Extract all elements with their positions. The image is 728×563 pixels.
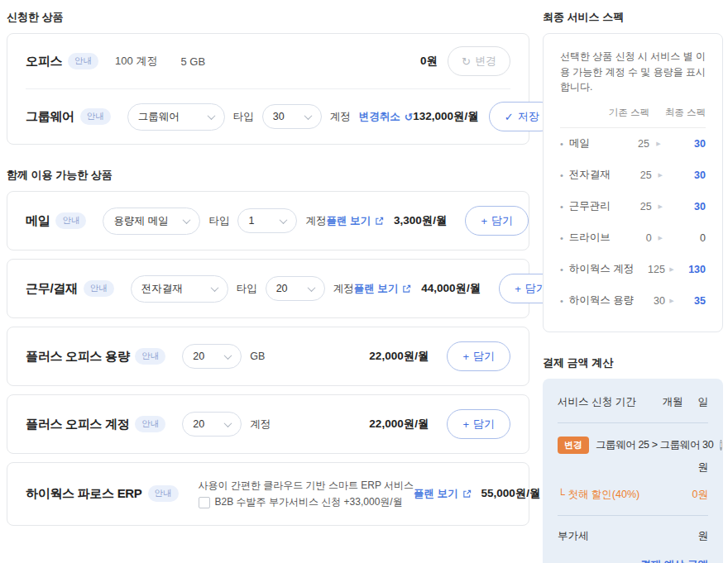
plan-view-link[interactable]: 플랜 보기: [326, 214, 383, 228]
addon-row-plus-accounts: 플러스 오피스 계정 안내 20 계정 22,000원/월 + 담기: [7, 394, 529, 454]
plus-icon: +: [462, 351, 469, 362]
plan-view-link[interactable]: 플랜 보기: [414, 487, 471, 501]
chevron-down-icon: [210, 284, 218, 292]
chevron-down-icon: [304, 112, 312, 120]
final-spec-card: 선택한 상품 신청 시 서비스 별 이용 가능한 계정 수 및 용량을 표시합니…: [543, 33, 723, 332]
arrow-right-icon: ▶: [649, 141, 668, 147]
external-link-icon: [402, 284, 411, 293]
chevron-down-icon: [207, 112, 215, 120]
check-icon: ✓: [505, 112, 514, 122]
spec-new-value: 30: [668, 138, 706, 150]
plan-view-link[interactable]: 플랜 보기: [354, 282, 411, 296]
addon-row-plus-storage: 플러스 오피스 용량 안내 20 GB 22,000원/월 + 담기: [7, 327, 529, 386]
external-link-icon: [462, 489, 472, 499]
plus-storage-select[interactable]: 20: [182, 344, 242, 369]
approval-plan-select[interactable]: 전자결재: [131, 275, 228, 303]
external-link-icon: [375, 217, 384, 226]
add-to-cart-button[interactable]: + 담기: [447, 341, 510, 371]
type-label: 타입: [233, 110, 254, 124]
spec-old-value: 25: [606, 138, 649, 150]
groupware-plan-select[interactable]: 그룹웨어: [127, 103, 225, 131]
spec-old-value: 125: [634, 264, 665, 275]
change-button[interactable]: ↻ 변경: [448, 46, 510, 76]
spec-row-approval: • 전자결재 25 ▶ 30: [560, 160, 706, 191]
office-price: 0원: [420, 54, 438, 69]
change-amount-unit: 원: [558, 460, 708, 475]
groupware-count-select[interactable]: 30: [262, 104, 322, 129]
spec-row-attendance: • 근무관리 25 ▶ 30: [560, 191, 706, 222]
erp-description: 사용이 간편한 클라우드 기반 스마트 ERP 서비스: [199, 477, 414, 494]
summary-sidebar: 최종 서비스 스펙 선택한 상품 신청 시 서비스 별 이용 가능한 계정 수 …: [543, 7, 723, 563]
payment-calc-panel: 서비스 신청 기간 개월 일 변경 그룹웨어 25 > 그룹웨어 30 i 원 …: [543, 379, 723, 563]
addons-heading: 함께 이용 가능한 상품: [7, 168, 529, 183]
addon-name: 하이웍스 파로스 ERP: [26, 486, 142, 502]
addon-row-approval: 근무/결재 안내 전자결재 타입 20 계정 플랜 보기: [7, 259, 529, 318]
product-row-groupware: 그룹웨어 안내 그룹웨어 타입 30 계정 변경취소: [7, 89, 529, 144]
product-row-office: 오피스 안내 100 계정 5 GB 0원 ↻ 변경: [7, 34, 529, 88]
spec-old-value: 25: [611, 201, 652, 212]
addon-price: 55,000원/월: [481, 486, 541, 501]
period-month-unit: 개월: [663, 395, 683, 409]
add-to-cart-button[interactable]: + 담기: [465, 206, 529, 236]
addon-price: 22,000원/월: [369, 349, 429, 364]
divider: [558, 422, 708, 423]
spec-new-value: 30: [669, 201, 706, 212]
mail-plan-select[interactable]: 용량제 메일: [103, 208, 200, 235]
info-badge[interactable]: 안내: [68, 53, 98, 69]
info-badge[interactable]: 안내: [80, 108, 111, 125]
change-badge: 변경: [558, 437, 589, 454]
cancel-change-link[interactable]: 변경취소 ↺: [359, 110, 413, 124]
arrow-right-icon: ▶: [652, 172, 669, 179]
first-year-discount-label: 첫해 할인(40%): [568, 489, 639, 500]
info-badge[interactable]: 안내: [84, 280, 114, 297]
plus-icon: +: [462, 419, 469, 430]
spec-row-hiworks-accounts: • 하이웍스 계정 125 ▶ 130: [560, 254, 706, 285]
unit-label: 계정: [330, 110, 351, 124]
unit-label: 계정: [305, 214, 326, 228]
info-badge[interactable]: 안내: [135, 416, 165, 432]
undo-icon: ↺: [405, 111, 413, 123]
addon-name: 플러스 오피스 용량: [26, 349, 129, 365]
vat-label: 부가세: [558, 529, 589, 543]
refresh-icon: ↻: [462, 56, 471, 67]
product-name-office: 오피스: [26, 54, 62, 69]
spec-row-drive: • 드라이브 0 ▶ 0: [560, 222, 706, 254]
corner-icon: └: [558, 489, 565, 500]
bullet-icon: •: [560, 170, 563, 180]
chevron-down-icon: [280, 216, 288, 224]
info-badge[interactable]: 안내: [55, 212, 86, 229]
unit-label: 계정: [333, 282, 354, 296]
office-account-count: 100 계정: [115, 54, 157, 69]
info-icon[interactable]: i: [720, 440, 722, 451]
spec-new-value: 0: [669, 232, 706, 244]
add-to-cart-button[interactable]: + 담기: [447, 409, 510, 439]
info-badge[interactable]: 안내: [148, 485, 179, 502]
b2b-addon-checkbox[interactable]: [199, 497, 210, 508]
office-storage: 5 GB: [180, 55, 205, 68]
type-label: 타입: [208, 214, 229, 228]
chevron-down-icon: [224, 419, 232, 427]
chevron-down-icon: [224, 351, 232, 360]
bullet-icon: •: [560, 233, 563, 243]
spec-new-value: 130: [678, 264, 706, 275]
approval-count-select[interactable]: 20: [266, 276, 325, 301]
main-content: 신청한 상품 오피스 안내 100 계정 5 GB 0원 ↻ 변경: [7, 7, 529, 563]
final-spec-description: 선택한 상품 신청 시 서비스 별 이용 가능한 계정 수 및 용량을 표시합니…: [560, 49, 706, 95]
addon-row-erp: 하이웍스 파로스 ERP 안내 사용이 간편한 클라우드 기반 스마트 ERP …: [7, 462, 529, 526]
addon-price: 3,300원/월: [394, 213, 448, 228]
addon-name: 메일: [26, 213, 50, 229]
info-badge[interactable]: 안내: [135, 348, 165, 365]
payment-calc-heading: 결제 금액 계산: [543, 355, 723, 370]
addon-row-mail: 메일 안내 용량제 메일 타입 1 계정 플랜 보기: [7, 191, 529, 250]
col-header-current-spec: 기존 스펙: [606, 107, 649, 119]
spec-old-value: 30: [634, 295, 665, 307]
spec-row-mail: • 메일 25 ▶ 30: [560, 128, 706, 160]
addon-name: 플러스 오피스 계정: [26, 417, 129, 432]
mail-count-select[interactable]: 1: [237, 208, 297, 233]
unit-label: 계정: [250, 417, 271, 432]
plus-accounts-select[interactable]: 20: [182, 412, 242, 437]
bullet-icon: •: [560, 296, 563, 306]
first-year-discount-value: 0원: [692, 488, 708, 502]
arrow-right-icon: ▶: [665, 266, 678, 273]
spec-old-value: 0: [611, 232, 652, 244]
